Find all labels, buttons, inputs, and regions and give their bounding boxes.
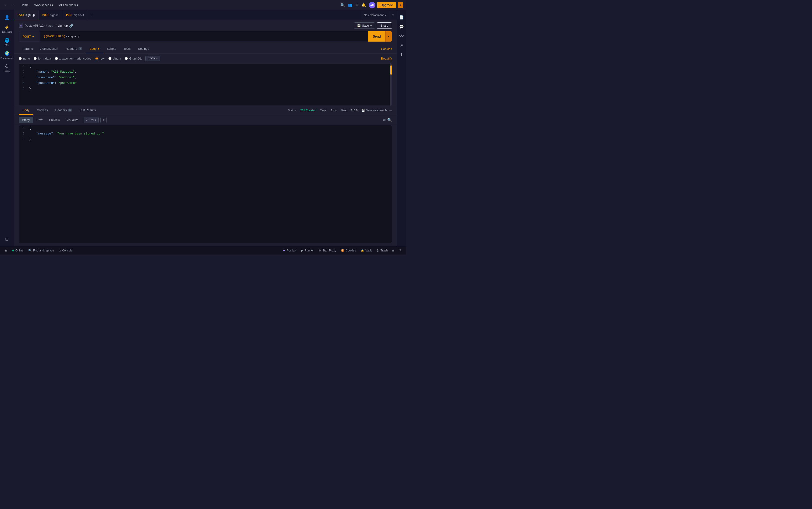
method-selector[interactable]: POST ▾ xyxy=(19,31,40,41)
help-button[interactable]: ? xyxy=(397,246,403,255)
right-sidebar-expand-icon[interactable]: ↗ xyxy=(397,41,406,49)
tab-sign-in[interactable]: POST sign-in xyxy=(39,10,63,20)
tab-sign-out[interactable]: POST sign-out xyxy=(62,10,88,20)
environments-label: Environments xyxy=(0,57,13,59)
start-proxy-button[interactable]: ⚙ Start Proxy xyxy=(316,246,338,255)
postbot-label: Postbot xyxy=(287,249,296,252)
api-network-dropdown[interactable]: API Network ▾ xyxy=(57,2,80,8)
apis-label: APIs xyxy=(5,44,9,46)
runner-label: Runner xyxy=(304,249,314,252)
workspaces-dropdown[interactable]: Workspaces ▾ xyxy=(32,2,55,8)
right-sidebar-comments-icon[interactable]: 💬 xyxy=(397,23,406,31)
link-icon[interactable]: 🔗 xyxy=(69,24,73,28)
format-visualize-button[interactable]: Visualize xyxy=(63,117,82,123)
env-dropdown-arrow: ▾ xyxy=(385,13,386,17)
invite-icon[interactable]: 👥 xyxy=(348,3,353,7)
radio-none[interactable]: none xyxy=(19,57,30,60)
response-tab-cookies[interactable]: Cookies xyxy=(33,106,52,115)
sidebar-item-profile[interactable]: 👤 xyxy=(1,13,13,22)
save-button[interactable]: 💾 Save ▾ xyxy=(354,23,375,29)
send-button[interactable]: Send xyxy=(368,31,385,41)
radio-raw[interactable]: raw xyxy=(95,57,105,60)
settings-icon[interactable]: ⚙ xyxy=(355,3,359,7)
subnav-authorization[interactable]: Authorization xyxy=(37,44,62,53)
trash-button[interactable]: 🗑 Trash xyxy=(374,246,390,255)
search-icon[interactable]: 🔍 xyxy=(340,3,345,7)
radio-graphql[interactable]: GraphQL xyxy=(125,57,141,60)
sidebar-item-collections[interactable]: ⚡ Collections xyxy=(1,23,13,35)
subnav-params[interactable]: Params xyxy=(19,44,37,53)
upgrade-button[interactable]: Upgrade xyxy=(377,2,396,8)
format-preview-button[interactable]: Preview xyxy=(46,117,63,123)
request-body-editor[interactable]: 1 { 2 "name": "Ali Madooei", 3 "username… xyxy=(19,63,392,106)
breadcrumb: ⊞ Posts API (v.2) / auth / sign-up 🔗 💾 S… xyxy=(14,20,397,31)
beautify-button[interactable]: Beautify xyxy=(381,57,392,60)
cookies-status-button[interactable]: 🍪 Cookies xyxy=(338,246,358,255)
sidebar-item-environments[interactable]: 🌍 Environments xyxy=(1,49,13,61)
layout-button[interactable]: ⊞ xyxy=(390,246,397,255)
forward-button[interactable]: → xyxy=(10,3,17,8)
postbot-icon: ✦ xyxy=(283,249,286,252)
sidebar-item-history[interactable]: ⏱ History xyxy=(1,62,13,74)
save-example-button[interactable]: 💾 Save as example xyxy=(361,109,387,112)
add-tab-button[interactable]: + xyxy=(88,12,96,18)
nav-icons: 🔍 👥 ⚙ 🔔 AM xyxy=(340,2,376,8)
send-dropdown-arrow[interactable]: ▾ xyxy=(385,31,392,41)
url-display: {{BASE_URL}}/sign-up xyxy=(40,35,368,38)
runner-button[interactable]: ▶ Runner xyxy=(299,246,316,255)
notifications-icon[interactable]: 🔔 xyxy=(361,3,366,7)
cookies-button[interactable]: Cookies xyxy=(381,45,392,53)
subnav-headers[interactable]: Headers 9 xyxy=(62,44,86,53)
response-nav: Body Cookies Headers 6 Test Results Stat… xyxy=(14,106,397,115)
json-format-arrow: ▾ xyxy=(156,57,158,60)
subnav-scripts[interactable]: Scripts xyxy=(103,44,120,53)
response-tab-body[interactable]: Body xyxy=(19,106,33,115)
search-response-button[interactable]: 🔍 xyxy=(387,118,392,122)
response-tab-headers[interactable]: Headers 6 xyxy=(52,106,76,115)
content-area: POST sign-up POST sign-in POST sign-out … xyxy=(14,10,397,246)
format-raw-button[interactable]: Raw xyxy=(33,117,46,123)
request-body-content: 1 { 2 "name": "Ali Madooei", 3 "username… xyxy=(19,64,390,105)
console-button[interactable]: ⧉ Console xyxy=(56,246,75,255)
find-replace-button[interactable]: 🔍 Find and replace xyxy=(26,246,56,255)
right-sidebar-code-icon[interactable]: </> xyxy=(397,32,406,40)
format-pretty-button[interactable]: Pretty xyxy=(19,117,33,123)
share-button[interactable]: Share xyxy=(377,23,392,29)
subnav-body[interactable]: Body xyxy=(86,44,103,53)
radio-urlencoded[interactable]: x-www-form-urlencoded xyxy=(55,57,92,60)
radio-binary[interactable]: binary xyxy=(108,57,121,60)
postbot-button[interactable]: ✦ Postbot xyxy=(280,246,299,255)
avatar[interactable]: AM xyxy=(369,2,376,8)
home-link[interactable]: Home xyxy=(19,3,31,7)
url-path: /sign-up xyxy=(66,35,80,38)
view-icon[interactable]: ⊟ xyxy=(389,10,397,20)
grid-icon-button[interactable]: ⊞ xyxy=(3,246,10,255)
online-status[interactable]: Online xyxy=(10,246,26,255)
online-label: Online xyxy=(15,249,24,252)
response-json-format-selector[interactable]: JSON ▾ xyxy=(84,117,99,123)
back-button[interactable]: ← xyxy=(3,3,9,8)
breadcrumb-folder[interactable]: auth xyxy=(48,24,54,27)
tab-sign-up[interactable]: POST sign-up xyxy=(14,10,39,20)
vault-button[interactable]: 🔒 Vault xyxy=(358,246,374,255)
save-icon: 💾 xyxy=(357,24,361,27)
response-tab-test-results[interactable]: Test Results xyxy=(75,106,99,115)
add-sidebar-item[interactable]: ⊞ xyxy=(1,235,13,243)
code-line-1: 1 { xyxy=(19,64,390,69)
subnav-settings[interactable]: Settings xyxy=(134,44,153,53)
right-sidebar-info-icon[interactable]: ℹ xyxy=(397,50,406,59)
right-sidebar-docs-icon[interactable]: 📄 xyxy=(397,13,406,22)
response-time-value: 3 ms xyxy=(330,109,336,112)
subnav-tests[interactable]: Tests xyxy=(120,44,134,53)
breadcrumb-api[interactable]: Posts API (v.2) xyxy=(25,24,44,27)
sidebar-item-apis[interactable]: 🌐 APIs xyxy=(1,36,13,48)
radio-form-data[interactable]: form-data xyxy=(34,57,51,60)
environment-selector[interactable]: No environment ▾ xyxy=(361,10,389,20)
upgrade-dropdown-arrow[interactable]: ▾ xyxy=(398,2,403,8)
copy-response-button[interactable]: ⧉ xyxy=(383,118,385,122)
filter-button[interactable]: ≡ xyxy=(100,117,106,123)
editor-scrollbar[interactable] xyxy=(390,64,392,105)
response-status-value: 201 Created xyxy=(300,109,316,112)
more-options-icon[interactable]: ··· xyxy=(389,109,392,112)
json-format-selector[interactable]: JSON ▾ xyxy=(145,56,160,61)
